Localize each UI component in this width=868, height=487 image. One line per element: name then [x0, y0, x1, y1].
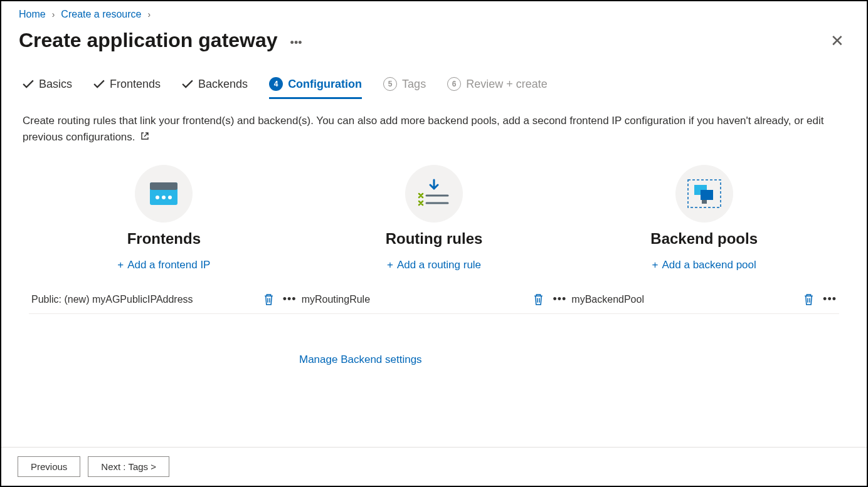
delete-icon[interactable]	[263, 293, 274, 305]
check-icon	[182, 80, 193, 88]
step-number-badge: 6	[447, 77, 461, 91]
more-icon[interactable]: •••	[290, 36, 302, 50]
more-icon[interactable]: •••	[283, 293, 297, 306]
backend-pool-item-row: myBackendPool •••	[569, 286, 839, 314]
check-icon	[93, 80, 105, 88]
next-button[interactable]: Next : Tags >	[88, 456, 169, 477]
backend-pools-column: Backend pools + Add a backend pool myBac…	[569, 165, 839, 314]
backend-pool-item-label[interactable]: myBackendPool	[571, 294, 803, 305]
backend-pools-title: Backend pools	[650, 230, 758, 248]
tab-tags[interactable]: 5 Tags	[383, 72, 426, 99]
wizard-footer: Previous Next : Tags >	[1, 447, 867, 486]
svg-rect-10	[702, 200, 707, 204]
routing-rules-title: Routing rules	[386, 230, 483, 248]
breadcrumb-home[interactable]: Home	[19, 9, 46, 20]
check-icon	[23, 80, 34, 88]
svg-rect-1	[150, 182, 177, 190]
page-title: Create application gateway	[19, 29, 278, 52]
svg-point-2	[156, 196, 159, 199]
plus-icon: +	[652, 259, 659, 271]
backend-pools-icon	[675, 165, 733, 223]
svg-point-4	[168, 196, 172, 199]
external-link-icon[interactable]	[140, 129, 149, 145]
tab-frontends[interactable]: Frontends	[93, 73, 161, 99]
manage-backend-settings-link[interactable]: Manage Backend settings	[299, 353, 422, 366]
frontend-item-row: Public: (new) myAGPublicIPAddress •••	[29, 286, 299, 314]
frontend-item-label[interactable]: Public: (new) myAGPublicIPAddress	[31, 294, 263, 305]
frontends-icon	[135, 165, 193, 223]
wizard-tabs: Basics Frontends Backends 4 Configuratio…	[1, 72, 867, 99]
chevron-right-icon: ›	[147, 9, 151, 19]
add-backend-pool-button[interactable]: + Add a backend pool	[652, 259, 756, 271]
svg-rect-9	[701, 190, 713, 200]
routing-rules-icon	[405, 165, 463, 223]
frontends-title: Frontends	[127, 230, 201, 248]
breadcrumb-create-resource[interactable]: Create a resource	[61, 9, 141, 20]
more-icon[interactable]: •••	[553, 293, 566, 306]
add-routing-rule-button[interactable]: + Add a routing rule	[387, 259, 481, 271]
svg-point-3	[162, 196, 166, 199]
breadcrumb: Home › Create a resource ›	[1, 1, 867, 23]
routing-rule-item-row: myRoutingRule •••	[299, 286, 569, 314]
routing-rule-item-label[interactable]: myRoutingRule	[302, 294, 534, 305]
close-button[interactable]: ✕	[825, 29, 849, 53]
plus-icon: +	[387, 259, 393, 271]
chevron-right-icon: ›	[52, 9, 55, 19]
plus-icon: +	[117, 259, 124, 271]
previous-button[interactable]: Previous	[18, 456, 80, 477]
step-number-badge: 4	[269, 77, 283, 91]
tab-configuration[interactable]: 4 Configuration	[269, 72, 362, 99]
step-number-badge: 5	[383, 77, 397, 91]
tab-backends[interactable]: Backends	[182, 73, 248, 99]
more-icon[interactable]: •••	[823, 293, 837, 306]
routing-rules-column: Routing rules + Add a routing rule myRou…	[299, 165, 569, 314]
frontends-column: Frontends + Add a frontend IP Public: (n…	[29, 165, 299, 314]
tab-basics[interactable]: Basics	[23, 73, 72, 99]
delete-icon[interactable]	[803, 293, 814, 305]
add-frontend-ip-button[interactable]: + Add a frontend IP	[117, 259, 210, 271]
description-text: Create routing rules that link your fron…	[1, 99, 854, 145]
tab-review-create[interactable]: 6 Review + create	[447, 72, 548, 99]
delete-icon[interactable]	[533, 293, 544, 305]
